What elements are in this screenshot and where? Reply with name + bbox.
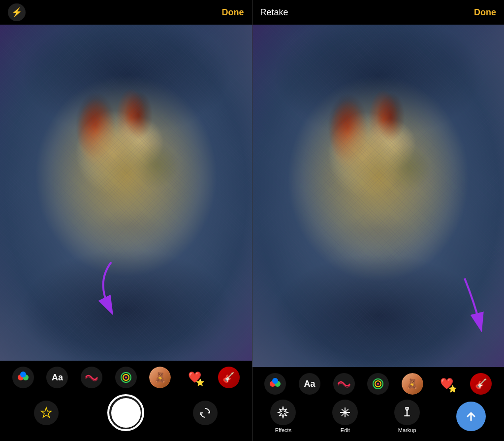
- flash-button[interactable]: ⚡: [8, 3, 26, 21]
- svg-point-6: [125, 376, 127, 378]
- guitar-icon-right: 🎸: [475, 378, 487, 390]
- shutter-inner: [111, 398, 141, 428]
- guitar-button-right[interactable]: 🎸: [470, 373, 492, 395]
- left-done-button[interactable]: Done: [222, 7, 244, 18]
- right-done-button[interactable]: Done: [474, 7, 496, 18]
- guitar-icon-left: 🎸: [222, 372, 235, 383]
- markup-icon: [394, 400, 420, 425]
- heart-star-button-right[interactable]: ❤️ ⭐: [436, 373, 458, 395]
- effects-button[interactable]: Effects: [270, 400, 296, 433]
- text-button-left[interactable]: Aa: [46, 367, 68, 388]
- edit-label: Edit: [341, 427, 350, 433]
- right-icon-row: Aa 🧸: [252, 371, 504, 397]
- heart-star-button-left[interactable]: ❤️ ⭐: [184, 367, 205, 388]
- effects-label: Effects: [275, 427, 291, 433]
- squiggle-button-right[interactable]: [333, 373, 355, 395]
- colors-button-right[interactable]: [264, 373, 286, 395]
- svg-point-3: [20, 372, 26, 377]
- effects-icon: [270, 400, 296, 425]
- left-action-row: [0, 390, 252, 439]
- left-toolbar: Aa 🧸: [0, 361, 252, 441]
- colors-button-left[interactable]: [12, 367, 34, 388]
- flash-icon: ⚡: [11, 7, 22, 18]
- purple-arrow-left: [87, 262, 136, 321]
- squiggle-button-left[interactable]: [81, 367, 102, 388]
- right-toolbar: Aa 🧸: [252, 367, 504, 397]
- edit-icon: [332, 400, 358, 425]
- sticker-button-left[interactable]: 🧸: [149, 367, 171, 388]
- edit-button[interactable]: Edit: [332, 400, 358, 433]
- svg-point-10: [272, 378, 278, 384]
- right-bottom-bar: Effects Edit Ma: [252, 397, 504, 441]
- retake-button[interactable]: Retake: [260, 7, 288, 18]
- left-panel: ⚡ Done: [0, 0, 252, 441]
- markup-label: Markup: [398, 427, 416, 433]
- purple-arrow-right: [435, 273, 494, 338]
- send-button[interactable]: [456, 402, 486, 431]
- star-effects-button-left[interactable]: [34, 401, 59, 425]
- target-button-left[interactable]: [115, 367, 137, 388]
- left-image: [0, 25, 252, 361]
- right-image: [252, 25, 504, 367]
- guitar-button-left[interactable]: 🎸: [218, 367, 240, 388]
- sticker-button-right[interactable]: 🧸: [402, 373, 423, 395]
- text-icon-right: Aa: [304, 379, 315, 389]
- rotate-button[interactable]: [193, 401, 218, 425]
- svg-point-13: [377, 383, 379, 385]
- right-header: Retake Done: [252, 0, 504, 25]
- left-header: ⚡ Done: [0, 0, 252, 25]
- text-icon-left: Aa: [52, 373, 63, 383]
- left-icon-row: Aa 🧸: [0, 365, 252, 390]
- target-button-right[interactable]: [367, 373, 389, 395]
- text-button-right[interactable]: Aa: [299, 373, 320, 395]
- shutter-button[interactable]: [107, 394, 144, 431]
- markup-button[interactable]: Markup: [394, 400, 420, 433]
- right-panel: Retake Done: [252, 0, 504, 441]
